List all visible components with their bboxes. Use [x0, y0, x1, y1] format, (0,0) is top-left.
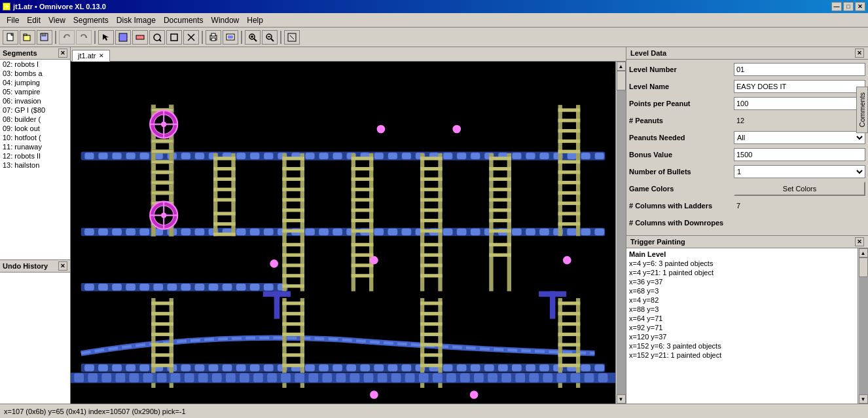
list-item[interactable]: 06: invasion [0, 96, 70, 105]
tab-close-icon[interactable]: ✕ [99, 52, 104, 59]
scroll-thumb[interactable] [617, 71, 626, 90]
svg-rect-148 [388, 364, 397, 371]
toolbar-select[interactable] [98, 30, 114, 45]
svg-rect-207 [352, 178, 374, 181]
list-item[interactable]: x=92 y=71 [628, 323, 856, 332]
close-button[interactable]: ✕ [855, 2, 865, 11]
list-item[interactable]: 04: jumping [0, 78, 70, 87]
toolbar-erase[interactable] [132, 30, 148, 45]
toolbar-paint[interactable] [115, 30, 131, 45]
minimize-button[interactable]: — [831, 2, 842, 11]
svg-rect-88 [319, 229, 329, 236]
svg-rect-17 [211, 33, 215, 36]
toolbar-new[interactable] [3, 30, 18, 45]
list-item[interactable]: x=68 y=3 [628, 286, 856, 295]
svg-rect-49 [319, 153, 329, 160]
undo-close-button[interactable]: ✕ [58, 261, 67, 271]
toolbar-open[interactable] [20, 30, 35, 45]
segments-close-button[interactable]: ✕ [58, 48, 67, 58]
list-item[interactable]: 12: robots II [0, 151, 70, 161]
svg-rect-251 [558, 170, 581, 174]
set-colors-button[interactable]: Set Colors [734, 181, 865, 196]
number-of-bullets-select[interactable]: 1 2 3 [734, 165, 865, 178]
svg-rect-352 [419, 373, 429, 383]
trigger-painting-list[interactable]: Main Level x=4 y=6: 3 painted objects x=… [626, 248, 858, 404]
toolbar-tool4[interactable] [149, 30, 165, 45]
trigger-scroll-track[interactable] [859, 257, 868, 394]
toolbar-print[interactable] [206, 30, 221, 45]
menu-segments[interactable]: Segments [69, 14, 113, 26]
peanuts-needed-select[interactable]: All [734, 131, 865, 144]
menu-edit[interactable]: Edit [23, 14, 45, 26]
menu-disk-image[interactable]: Disk Image [113, 14, 160, 26]
tab-bar: jt1.atr ✕ [71, 47, 626, 62]
tab-jt1-atr[interactable]: jt1.atr ✕ [72, 50, 110, 62]
menu-view[interactable]: View [45, 14, 69, 26]
svg-rect-250 [558, 160, 581, 163]
menu-file[interactable]: File [3, 14, 23, 26]
toolbar-zoom-in[interactable] [245, 30, 261, 45]
trigger-scroll-down-button[interactable]: ▼ [859, 394, 868, 404]
toolbar-undo[interactable] [59, 30, 75, 45]
level-data-close-button[interactable]: ✕ [855, 48, 864, 58]
svg-rect-10 [136, 35, 144, 39]
list-item[interactable]: 05: vampire [0, 87, 70, 96]
list-item[interactable]: 09: look out [0, 124, 70, 133]
comments-tab[interactable]: Comments [856, 86, 868, 133]
list-item[interactable]: 13: hailston [0, 161, 70, 170]
toolbar-preview[interactable] [223, 30, 238, 45]
list-item[interactable]: 07: GP I ($80 [0, 105, 70, 115]
list-item[interactable]: 03: bombs a [0, 69, 70, 78]
toolbar-fit[interactable] [284, 30, 300, 45]
list-item[interactable]: x=4 y=6: 3 painted objects [628, 259, 856, 268]
toolbar-zoom-out[interactable] [262, 30, 278, 45]
bonus-value-input[interactable] [734, 148, 865, 161]
list-item[interactable]: Main Level [628, 250, 856, 259]
list-item[interactable]: 11: runaway [0, 142, 70, 151]
game-canvas[interactable] [71, 62, 615, 404]
toolbar-tool5[interactable] [166, 30, 182, 45]
menu-help[interactable]: Help [243, 14, 267, 26]
svg-rect-133 [181, 364, 191, 371]
list-item[interactable]: x=88 y=3 [628, 305, 856, 314]
scroll-track[interactable] [617, 71, 626, 394]
list-item[interactable]: x=152 y=21: 1 painted object [628, 351, 856, 360]
segment-list[interactable]: 02: robots I 03: bombs a 04: jumping 05:… [0, 60, 70, 259]
toolbar-save[interactable] [37, 30, 52, 45]
svg-rect-341 [267, 373, 277, 383]
svg-rect-358 [501, 373, 511, 383]
list-item[interactable]: x=152 y=6: 3 painted objects [628, 341, 856, 351]
svg-rect-229 [420, 263, 443, 267]
trigger-v-scrollbar[interactable]: ▲ ▼ [858, 248, 868, 404]
scroll-down-button[interactable]: ▼ [617, 394, 626, 404]
scroll-up-button[interactable]: ▲ [617, 62, 626, 71]
list-item[interactable]: x=120 y=37 [628, 332, 856, 341]
trigger-scroll-up-button[interactable]: ▲ [859, 248, 868, 257]
list-item[interactable]: 10: hotfoot ( [0, 133, 70, 142]
canvas-scroll[interactable] [71, 62, 615, 404]
toolbar-redo[interactable] [76, 30, 92, 45]
status-bar: x=107 (0x6b) y=65 (0x41) index=10507 (0x… [0, 404, 868, 418]
canvas-v-scrollbar[interactable]: ▲ ▼ [615, 62, 626, 404]
list-item[interactable]: 08: builder ( [0, 115, 70, 124]
level-name-label: Level Name [629, 83, 734, 90]
svg-rect-147 [374, 364, 384, 371]
segments-panel: Segments ✕ 02: robots I 03: bombs a 04: … [0, 47, 71, 404]
level-name-input[interactable] [734, 80, 865, 93]
menu-window[interactable]: Window [208, 14, 244, 26]
list-item[interactable]: 02: robots I [0, 60, 70, 69]
level-number-input[interactable] [734, 63, 865, 76]
toolbar-tool6[interactable] [183, 30, 199, 45]
menu-documents[interactable]: Documents [160, 14, 208, 26]
list-item[interactable]: x=4 y=82 [628, 295, 856, 305]
trigger-scroll-thumb[interactable] [859, 257, 868, 277]
svg-rect-130 [139, 364, 149, 371]
maximize-button[interactable]: □ [843, 2, 854, 11]
svg-rect-93 [388, 229, 397, 236]
list-item[interactable]: x=36 y=37 [628, 277, 856, 286]
svg-rect-261 [151, 322, 173, 326]
list-item[interactable]: x=4 y=21: 1 painted object [628, 268, 856, 277]
trigger-painting-close-button[interactable]: ✕ [855, 237, 864, 246]
points-per-peanut-input[interactable] [734, 97, 865, 110]
list-item[interactable]: x=64 y=71 [628, 314, 856, 323]
